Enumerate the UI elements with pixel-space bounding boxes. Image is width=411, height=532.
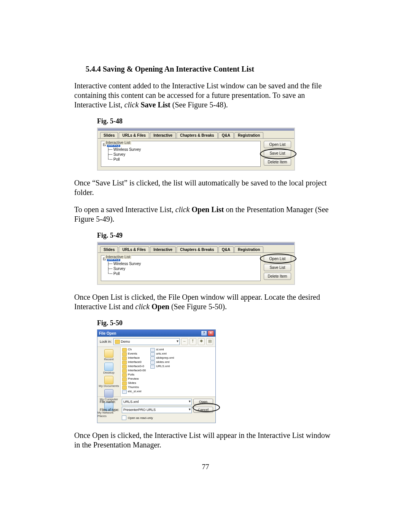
p3-bold: Open List — [191, 205, 224, 214]
figure-caption-48: Fig. 5-48 — [97, 117, 337, 125]
tab-interactive-49[interactable]: Interactive — [150, 246, 176, 252]
file-icon — [150, 348, 155, 352]
file-list[interactable]: Ch Events Interface Interface0 Interface… — [121, 347, 215, 396]
tree49-item-3[interactable]: └─ Poll — [103, 271, 259, 276]
save-list-button-49[interactable]: Save List — [264, 264, 291, 271]
file-open-titlebar: File Open ? × — [97, 330, 215, 337]
panel-fig-48: Slides URLs & Files Interactive Chapters… — [97, 128, 295, 171]
folder-icon — [122, 373, 127, 377]
p1-click: click — [124, 101, 139, 109]
list-item[interactable]: sl.xml — [150, 348, 174, 352]
folder-icon — [122, 386, 127, 390]
back-icon[interactable]: ← — [181, 338, 188, 345]
p3-click: click — [175, 205, 190, 214]
list-item[interactable]: Slides — [122, 381, 146, 385]
folder-icon — [122, 348, 127, 352]
folder-icon — [122, 382, 127, 385]
tree49-item-2[interactable]: ├─ Survey — [103, 266, 259, 271]
tab-slides[interactable]: Slides — [100, 132, 118, 138]
figure-caption-49: Fig. 5-49 — [97, 232, 337, 240]
place-recent[interactable]: Recent — [104, 349, 113, 361]
place-desktop[interactable]: Desktop — [103, 363, 114, 374]
open-list-button-49[interactable]: Open List — [264, 255, 291, 262]
list-item[interactable]: URLS.xml — [150, 364, 174, 369]
section-heading: 5.4.4 Saving & Opening An Interactive Co… — [86, 65, 337, 73]
tab-chapters[interactable]: Chapters & Breaks — [177, 132, 217, 138]
tab-interactive[interactable]: Interactive — [150, 132, 176, 138]
panel49-tabstrip: Slides URLs & Files Interactive Chapters… — [98, 245, 294, 252]
open-button[interactable]: Open — [193, 399, 213, 405]
tab-registration[interactable]: Registration — [234, 132, 263, 138]
filetype-dropdown[interactable]: PresenterPRO URLS — [122, 407, 192, 413]
filetype-label: Files of type: — [100, 408, 120, 412]
paragraph-1: Interactive content added to the Interac… — [74, 81, 337, 110]
file-icon — [150, 365, 155, 369]
list-item[interactable]: slides.xml — [150, 360, 174, 364]
p1-bold: Save List — [140, 101, 170, 109]
readonly-label: Open as read-only — [128, 416, 153, 420]
tab-urls-49[interactable]: URLs & Files — [119, 246, 149, 252]
save-list-button[interactable]: Save List — [264, 150, 291, 157]
file-open-title: File Open — [99, 331, 116, 335]
paragraph-5: Once Open is clicked, the Interactive Li… — [74, 431, 337, 450]
open-list-button[interactable]: Open List — [264, 141, 291, 148]
file-open-dialog: File Open ? × Look in: Demo ← ⭱ ✱ ▤ Rece… — [97, 329, 216, 423]
list-item[interactable]: Interface0 — [122, 360, 146, 364]
list-item[interactable]: Events — [122, 352, 146, 356]
list-item[interactable]: etc_sl.xml — [122, 390, 146, 394]
panel48-tree[interactable]: ⊟ Survey ├─ Wireless Survey ├─ Survey └─… — [101, 141, 261, 167]
folder-icon — [122, 369, 127, 373]
panel49-tree[interactable]: ⊟ Survey ├─ Wireless Survey ├─ Survey └─… — [101, 255, 261, 281]
list-item[interactable]: urls.xml — [150, 352, 174, 356]
figure-caption-50: Fig. 5-50 — [97, 319, 337, 327]
tree49-item-1[interactable]: ├─ Wireless Survey — [103, 261, 259, 266]
tab-registration-49[interactable]: Registration — [234, 246, 263, 252]
lookin-dropdown[interactable]: Demo — [113, 338, 180, 345]
tab-chapters-49[interactable]: Chapters & Breaks — [177, 246, 217, 252]
tab-qa[interactable]: Q&A — [218, 132, 234, 138]
list-item[interactable]: Preview — [122, 377, 146, 381]
cancel-button[interactable]: Cancel — [193, 407, 213, 413]
file-icon — [150, 361, 155, 364]
p1c: (See Figure 5-48). — [170, 101, 228, 109]
folder-icon — [122, 356, 127, 360]
list-item[interactable]: Interface — [122, 356, 146, 360]
p4-click: click — [135, 302, 150, 311]
tab-slides-49[interactable]: Slides — [100, 246, 118, 252]
tree-item-2[interactable]: ├─ Survey — [103, 152, 259, 157]
up-one-level-icon[interactable]: ⭱ — [190, 338, 196, 345]
folder-icon — [122, 365, 127, 369]
tree-item-3[interactable]: └─ Poll — [103, 157, 259, 162]
filename-input[interactable]: URLS.xml — [122, 399, 192, 405]
panel49-groupbox-label: Interactive List — [105, 255, 131, 259]
paragraph-3: To open a saved Interactive List, click … — [74, 205, 337, 224]
paragraph-4: Once Open List is clicked, the File Open… — [74, 292, 337, 312]
new-folder-icon[interactable]: ✱ — [198, 338, 205, 345]
delete-item-button-49[interactable]: Delete Item — [264, 273, 291, 280]
lookin-label: Look in: — [100, 340, 112, 343]
file-icon — [150, 352, 155, 356]
place-mydocuments[interactable]: My Documents — [99, 376, 119, 388]
delete-item-button[interactable]: Delete Item — [264, 158, 291, 166]
folder-icon — [122, 377, 127, 381]
lookin-value: Demo — [121, 340, 130, 343]
place-mycomputer[interactable]: My Computer — [100, 389, 118, 401]
list-item[interactable]: Ch — [122, 348, 146, 352]
list-item[interactable]: slideprep.xml — [150, 356, 174, 360]
readonly-checkbox-row[interactable]: Open as read-only — [122, 415, 192, 420]
window-help-icon[interactable]: ? — [201, 331, 207, 336]
panel48-tabstrip: Slides URLs & Files Interactive Chapters… — [98, 131, 294, 138]
list-item[interactable]: Thumbs — [122, 385, 146, 390]
list-item[interactable]: Interface0-00 — [122, 369, 146, 373]
list-item[interactable]: Interface0-0 — [122, 364, 146, 369]
filename-label: File name: — [100, 400, 120, 404]
list-item[interactable]: Polls — [122, 373, 146, 377]
readonly-checkbox[interactable] — [122, 415, 126, 420]
tab-qa-49[interactable]: Q&A — [218, 246, 234, 252]
tree-item-1[interactable]: ├─ Wireless Survey — [103, 147, 259, 152]
p4c: (See Figure 5-50). — [169, 302, 227, 311]
tab-urls[interactable]: URLs & Files — [119, 132, 149, 138]
window-close-icon[interactable]: × — [208, 331, 214, 336]
views-menu-icon[interactable]: ▤ — [206, 338, 213, 345]
places-bar: Recent Desktop My Documents My Computer … — [97, 347, 121, 396]
